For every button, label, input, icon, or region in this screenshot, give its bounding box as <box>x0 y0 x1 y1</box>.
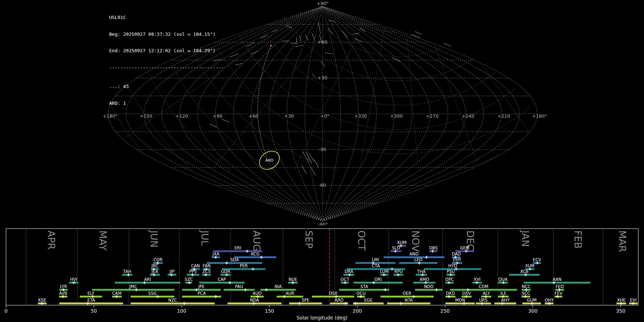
shower-code: JRC <box>151 263 158 268</box>
shower-peak-marker <box>252 268 254 270</box>
shower-code: JEA <box>151 269 158 274</box>
shower-JIP: JIP <box>168 269 176 277</box>
shower-code: XCB <box>520 269 528 274</box>
meteor-trail <box>286 25 292 28</box>
meteor-trail <box>235 63 243 65</box>
meteor-trail <box>355 39 362 42</box>
meteor-trail <box>306 151 312 164</box>
shower-AHY: AHY <box>494 298 516 305</box>
shower-code: EHY <box>453 257 462 262</box>
shower-code: SZC <box>185 277 193 282</box>
shower-code: AUR <box>286 291 294 296</box>
shower-code: NIA <box>274 284 282 289</box>
shower-code: FAN <box>203 263 211 268</box>
shower-GUM: GUM <box>522 298 541 305</box>
shower-bar <box>312 296 354 298</box>
shower-code: PCA <box>197 291 206 296</box>
month-label: SEP <box>303 230 314 248</box>
shower-SLD: SLD <box>391 245 401 253</box>
shower-bar <box>353 282 402 284</box>
shower-code: DPC <box>445 277 454 282</box>
shower-code: CAM <box>112 291 122 296</box>
shower-code: AUD <box>253 291 262 296</box>
shower-code: EVI <box>630 298 637 303</box>
shower-code: GUM <box>527 298 536 303</box>
shower-CAP: CAP <box>199 277 245 284</box>
shower-peak-marker <box>344 302 347 305</box>
shower-code: COM <box>479 284 488 289</box>
pole-top-label: +90° <box>317 1 329 6</box>
shower-code: DKD <box>446 291 455 296</box>
meteor-trail <box>325 53 333 54</box>
shower-peak-marker <box>425 256 428 259</box>
shower-code: SPE <box>302 298 309 303</box>
meteor-trail <box>247 43 254 47</box>
shower-DKD: DKD <box>445 291 455 298</box>
meteor-trail <box>221 119 229 122</box>
x-tick-label: 100 <box>177 308 186 314</box>
lon-label: +180° <box>532 113 547 119</box>
shower-SZC: SZC <box>185 277 193 284</box>
shower-code: AVB <box>59 291 67 296</box>
shower-code: LEO <box>414 257 423 262</box>
month-label: JUN <box>148 230 160 248</box>
shower-code: CTA <box>372 263 380 268</box>
shower-code: NOO <box>424 284 434 289</box>
shower-code: NDA <box>250 298 259 303</box>
meteor-trail <box>302 165 307 174</box>
shower-code: EGE <box>364 298 372 303</box>
shower-code: CAN <box>191 263 200 268</box>
shower-JXA: JXA <box>212 252 220 259</box>
month-label: AUG <box>251 230 262 252</box>
shower-peak-marker <box>399 302 402 305</box>
shower-PCA: PCA <box>182 291 221 298</box>
shower-code: OCT <box>341 277 350 282</box>
shower-code: PER <box>240 263 248 268</box>
shower-code: ILE <box>500 291 506 296</box>
lon-label: +240 <box>462 113 474 119</box>
shower-bar <box>224 289 255 291</box>
shower-bar <box>131 303 215 304</box>
shower-code: FED <box>556 284 564 289</box>
shower-SCC: SCC <box>522 291 530 298</box>
sky-map: +90°-90°+60+30-30-60+180°+150+120+90+60+… <box>0 0 644 225</box>
meteor-trail <box>411 34 420 38</box>
shower-DSX: DSX <box>312 291 354 298</box>
shower-FED: FED <box>555 284 564 292</box>
shower-code: LYR <box>60 284 67 289</box>
meteor-trail <box>444 43 451 46</box>
shower-bar <box>59 303 123 304</box>
begin-time: Beg: 20250927 08:37:32 (sol = 184.15°) <box>109 31 224 37</box>
x-tick-label: 300 <box>528 308 538 314</box>
shower-PAU: PAU <box>224 284 255 292</box>
shower-peak-marker <box>183 302 186 305</box>
x-axis-title: Solar longitude (deg) <box>297 315 348 321</box>
end-time: End: 20250927 12:12:02 (sol = 184.29°) <box>109 48 224 54</box>
shower-code: DAD <box>452 252 461 257</box>
shower-code: GDR <box>221 269 230 274</box>
month-label: MAY <box>97 230 108 251</box>
shower-bar <box>387 303 430 304</box>
shower-NZC: NZC <box>131 298 215 305</box>
shower-code: XUM <box>525 263 535 268</box>
lon-label: +330 <box>354 113 367 119</box>
shower-code: CAP <box>218 277 226 282</box>
shower-code: OCU <box>356 291 366 296</box>
shower-JPE: JPE <box>182 284 221 292</box>
shower-code: STA <box>360 284 368 289</box>
shower-code: QUA <box>498 277 507 282</box>
shower-OCT: OCT <box>341 277 350 284</box>
meteor-trail <box>321 61 325 67</box>
shower-bar <box>92 289 174 291</box>
shower-SDA: SDA <box>207 257 262 265</box>
shower-RPU: RPU <box>394 269 403 277</box>
meteor-trail <box>303 152 309 163</box>
lon-label: +0° <box>320 113 330 119</box>
month-label: OCT <box>356 230 367 251</box>
shower-bar <box>494 303 516 304</box>
shower-code: SDA <box>230 257 239 262</box>
shower-LYR: LYR <box>59 284 68 292</box>
shower-peak-marker <box>354 302 357 305</box>
count-total: ...: 43 <box>109 84 224 89</box>
shower-SSG: SSG <box>131 291 174 298</box>
